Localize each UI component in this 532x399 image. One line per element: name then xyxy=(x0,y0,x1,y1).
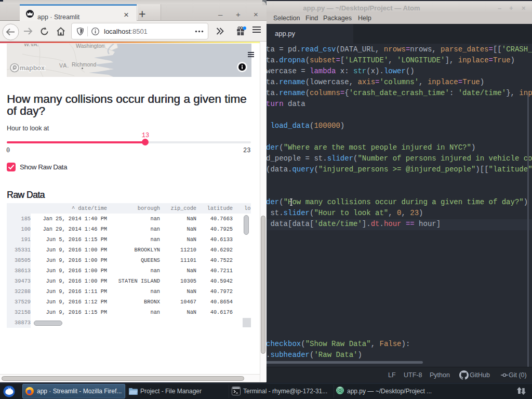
svg-text:mapbox: mapbox xyxy=(20,64,45,72)
